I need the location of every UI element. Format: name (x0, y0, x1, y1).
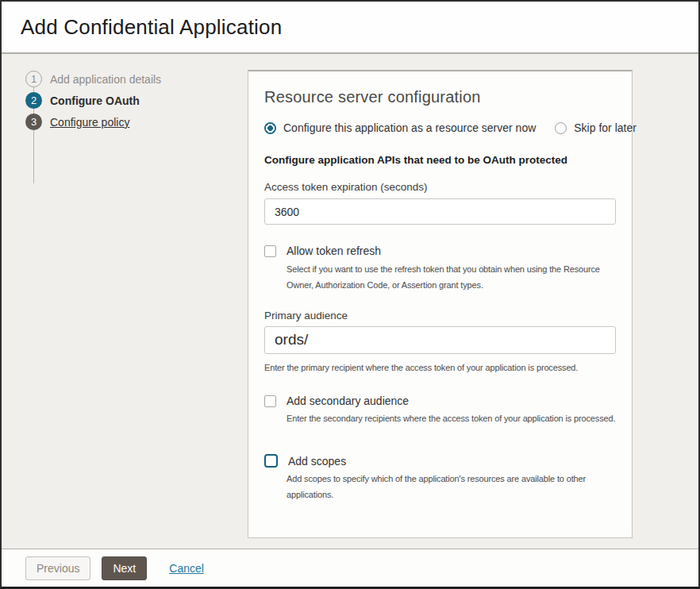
allow-token-refresh-checkbox[interactable] (264, 245, 276, 257)
primary-audience-label: Primary audience (264, 310, 616, 321)
allow-token-refresh-help: Select if you want to use the refresh to… (287, 262, 616, 294)
add-secondary-audience-checkbox[interactable] (264, 395, 276, 407)
add-secondary-audience-help: Enter the secondary recipients where the… (287, 411, 616, 427)
oauth-protected-section-heading: Configure application APIs that need to … (264, 154, 616, 166)
add-scopes-checkbox[interactable] (264, 454, 278, 468)
primary-audience-help: Enter the primary recipient where the ac… (264, 360, 616, 376)
access-token-expiration-input[interactable] (264, 198, 616, 225)
add-scopes-label[interactable]: Add scopes (288, 455, 346, 468)
step-2-label: Configure OAuth (50, 94, 140, 107)
radio-skip-for-later-label[interactable]: Skip for later (574, 121, 637, 134)
add-secondary-audience-label[interactable]: Add secondary audience (287, 395, 409, 407)
primary-audience-input[interactable] (264, 326, 616, 354)
step-2-circle: 2 (25, 92, 42, 109)
radio-configure-now-label[interactable]: Configure this application as a resource… (283, 121, 536, 134)
radio-skip-group: Skip for later (555, 121, 637, 134)
add-confidential-application-dialog: Add Confidential Application 1 Add appli… (0, 0, 700, 589)
allow-token-refresh-label[interactable]: Allow token refresh (287, 244, 381, 257)
step-1-label: Add application details (50, 73, 161, 86)
step-configure-policy[interactable]: 3 Configure policy (25, 114, 161, 130)
page-title: Add Confidential Application (21, 15, 282, 40)
radio-configure-now[interactable] (264, 122, 276, 134)
step-add-application-details: 1 Add application details (25, 71, 161, 87)
cancel-link[interactable]: Cancel (169, 562, 204, 575)
access-token-expiration-label: Access token expiration (seconds) (264, 181, 616, 193)
add-scopes-help: Add scopes to specify which of the appli… (287, 472, 604, 503)
panel-title: Resource server configuration (264, 88, 616, 106)
step-1-circle: 1 (25, 71, 42, 87)
dialog-header: Add Confidential Application (2, 2, 698, 54)
resource-server-radio-group: Configure this application as a resource… (264, 121, 616, 134)
previous-button[interactable]: Previous (25, 556, 90, 580)
resource-server-configuration-panel: Resource server configuration Configure … (248, 70, 633, 538)
step-configure-oauth: 2 Configure OAuth (25, 92, 161, 109)
dialog-footer: Previous Next Cancel (2, 549, 698, 587)
step-3-circle: 3 (25, 114, 42, 130)
next-button[interactable]: Next (102, 556, 147, 580)
radio-skip-for-later[interactable] (555, 122, 567, 134)
add-scopes-row: Add scopes (264, 454, 616, 468)
add-secondary-audience-row: Add secondary audience (264, 395, 616, 407)
step-3-link[interactable]: Configure policy (50, 116, 129, 129)
allow-token-refresh-row: Allow token refresh (264, 244, 616, 257)
wizard-step-list: 1 Add application details 2 Configure OA… (25, 71, 161, 135)
